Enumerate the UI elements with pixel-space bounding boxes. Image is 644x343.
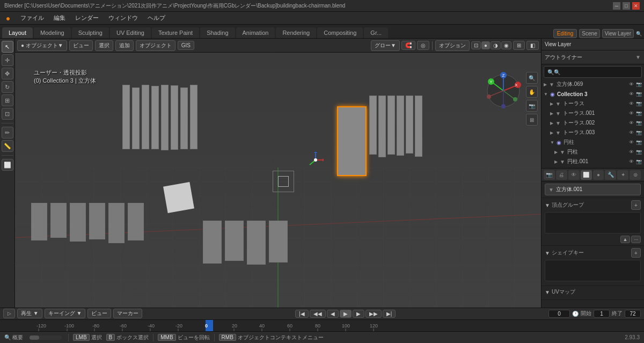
outliner-item-cube069[interactable]: ▶ ▼ 立方体.069 👁 📷 — [541, 79, 644, 89]
view-menu[interactable]: ビュー — [69, 40, 93, 51]
jump-end-btn[interactable]: ▶| — [383, 310, 396, 318]
menu-window[interactable]: ウィンドウ — [104, 13, 142, 23]
xray-btn[interactable]: ◧ — [526, 41, 539, 50]
visibility-icon[interactable]: 👁 — [629, 130, 634, 135]
close-button[interactable]: ✕ — [632, 2, 640, 10]
end-frame-input[interactable]: 72 — [625, 310, 641, 318]
view-layer-tab[interactable]: View Layer — [602, 29, 634, 38]
tab-texture-paint[interactable]: Texture Paint — [152, 27, 199, 38]
overlay-btn[interactable]: ⊞ — [513, 41, 525, 50]
outliner-filter-btn[interactable]: ▼ — [635, 54, 641, 60]
outliner-item-torus001[interactable]: ▶ ▼ トーラス.001 👁 📷 — [541, 108, 644, 118]
object-mode-selector[interactable]: ● オブジェクト▼ — [17, 40, 67, 51]
outliner-item-cylinder002[interactable]: ▶ ▼ 円柱.002 👁 📷 — [541, 166, 644, 168]
add-cube-tool[interactable]: ⬜ — [2, 159, 13, 171]
timeline-mode-btn[interactable]: ▷ — [3, 309, 15, 318]
render-icon[interactable]: 📷 — [636, 140, 642, 145]
jump-start-btn[interactable]: |◀ — [295, 310, 309, 318]
options-btn[interactable]: オプション — [435, 40, 470, 51]
props-tab-render[interactable]: 📷 — [544, 170, 555, 180]
navigation-gizmo[interactable]: X Y Z — [485, 72, 522, 110]
view-btn[interactable]: ビュー — [87, 309, 111, 318]
menu-help[interactable]: ヘルプ — [143, 13, 170, 23]
3d-viewport[interactable]: ● オブジェクト▼ ビュー 選択 追加 オブジェクト GIS グロー▼ 🧲 ◎ … — [15, 39, 541, 308]
visibility-icon[interactable]: 👁 — [629, 140, 634, 145]
prev-keyframe-btn[interactable]: ◀ — [327, 310, 339, 318]
transform-tool[interactable]: ⊡ — [2, 108, 13, 120]
visibility-icon[interactable]: 👁 — [629, 111, 634, 116]
props-tab-object[interactable]: ● — [593, 170, 604, 180]
render-icon[interactable]: 📷 — [636, 159, 642, 164]
outliner-item-torus[interactable]: ▶ ▼ トーラス 👁 📷 — [541, 99, 644, 108]
object-menu[interactable]: オブジェクト — [136, 40, 175, 51]
render-icon[interactable]: 📷 — [636, 111, 642, 116]
current-frame-display[interactable]: 0 — [548, 310, 570, 318]
outliner-item-cylinder-coll[interactable]: ▼ ◉ 円柱 👁 📷 — [541, 137, 644, 147]
outliner-item-collection3[interactable]: ▼ ◉ Collection 3 👁 📷 — [541, 89, 644, 99]
transform-type[interactable]: グロー▼ — [371, 40, 400, 51]
transform-gizmo[interactable] — [308, 152, 318, 163]
material-btn[interactable]: ◑ — [491, 41, 501, 49]
tab-compositing[interactable]: Compositing — [317, 27, 363, 38]
tab-sculpting[interactable]: Sculpting — [72, 27, 109, 38]
tab-shading[interactable]: Shading — [200, 27, 235, 38]
menu-file[interactable]: ファイル — [16, 13, 48, 23]
visibility-icon[interactable]: 👁 — [629, 82, 634, 87]
props-tab-modifier[interactable]: 🔧 — [605, 170, 616, 180]
cursor-tool[interactable]: ✛ — [2, 54, 13, 66]
solid-btn[interactable]: ● — [481, 41, 490, 49]
measure-tool[interactable]: 📏 — [2, 140, 13, 152]
tab-gr[interactable]: Gr... — [364, 27, 388, 38]
outliner-item-cylinder-mesh[interactable]: ▶ ▼ 円柱 👁 📷 — [541, 147, 644, 157]
selected-object[interactable] — [337, 106, 367, 176]
timeline-ruler[interactable]: -120 -100 -80 -60 -40 -20 0 20 40 60 — [0, 320, 644, 331]
grid-btn[interactable]: ⊞ — [526, 114, 538, 126]
scene-canvas[interactable]: X Y Z — [15, 53, 541, 308]
wireframe-btn[interactable]: ⊡ — [471, 41, 481, 49]
render-icon[interactable]: 📷 — [636, 130, 642, 135]
next-keyframe-btn[interactable]: ▶ — [353, 310, 364, 318]
props-tab-particles[interactable]: ✦ — [617, 170, 628, 180]
props-tab-physics[interactable]: ⊛ — [630, 170, 641, 180]
render-icon[interactable]: 📷 — [636, 101, 642, 106]
play-btn[interactable]: 再生 ▼ — [17, 309, 42, 318]
zoom-in-btn[interactable]: 🔍 — [526, 72, 538, 84]
props-tab-mesh[interactable]: ⬜ — [581, 170, 592, 180]
white-square-object[interactable] — [163, 182, 194, 213]
start-frame-input[interactable]: 1 — [594, 310, 610, 318]
render-icon[interactable]: 📷 — [636, 120, 642, 126]
visibility-icon[interactable]: 👁 — [629, 149, 634, 155]
tab-uv-editing[interactable]: UV Editing — [110, 27, 151, 38]
menu-edit[interactable]: 編集 — [49, 13, 70, 23]
select-menu[interactable]: 選択 — [95, 40, 113, 51]
gis-menu[interactable]: GIS — [178, 41, 194, 50]
props-tab-output[interactable]: 🖨 — [556, 170, 567, 180]
outliner-item-torus002[interactable]: ▶ ▼ トーラス.002 👁 📷 — [541, 118, 644, 128]
outliner-item-torus003[interactable]: ▶ ▼ トーラス.003 👁 📷 — [541, 128, 644, 137]
marker-btn[interactable]: マーカー — [113, 309, 142, 318]
render-btn[interactable]: ◉ — [501, 41, 511, 49]
visibility-icon[interactable]: 👁 — [629, 91, 634, 97]
scale-tool[interactable]: ⊞ — [2, 94, 13, 106]
menu-render[interactable]: レンダー — [71, 13, 103, 23]
next-frame-btn[interactable]: ▶▶ — [365, 310, 382, 318]
chair-object[interactable] — [273, 171, 294, 192]
tab-modeling[interactable]: Modeling — [34, 27, 71, 38]
add-menu[interactable]: 追加 — [115, 40, 134, 51]
vertex-group-up-btn[interactable]: ▲ — [620, 236, 631, 243]
play-pause-btn[interactable]: ▶ — [340, 310, 352, 318]
visibility-icon[interactable]: 👁 — [629, 159, 634, 164]
snap-btn[interactable]: 🧲 — [401, 41, 415, 50]
camera-btn[interactable]: 📷 — [526, 100, 538, 112]
prev-frame-btn[interactable]: ◀◀ — [310, 310, 326, 318]
render-icon[interactable]: 📷 — [636, 82, 642, 87]
props-tab-view[interactable]: 👁 — [568, 170, 580, 180]
rotate-tool[interactable]: ↻ — [2, 81, 13, 93]
tab-layout[interactable]: Layout — [2, 27, 33, 38]
proportional-btn[interactable]: ◎ — [417, 41, 429, 50]
outliner-search[interactable]: 🔍 — [544, 66, 642, 78]
maximize-button[interactable]: □ — [623, 2, 630, 10]
visibility-icon[interactable]: 👁 — [629, 101, 634, 106]
vertex-group-dots-btn[interactable]: ··· — [631, 236, 641, 243]
keying-btn[interactable]: キーイング ▼ — [45, 309, 86, 318]
